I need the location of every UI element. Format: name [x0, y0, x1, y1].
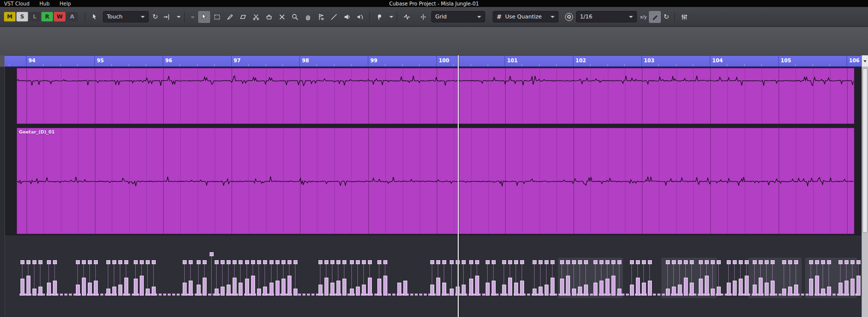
audio-event-geetar[interactable]: Geetar_(D)_01 — [16, 128, 855, 234]
midi-note[interactable] — [53, 281, 57, 296]
midi-note[interactable] — [318, 260, 322, 264]
midi-note[interactable] — [82, 278, 86, 296]
midi-note[interactable] — [288, 276, 291, 296]
midi-note[interactable] — [690, 283, 694, 296]
midi-note[interactable] — [502, 285, 506, 296]
midi-note[interactable] — [666, 289, 670, 296]
midi-note[interactable] — [690, 260, 694, 264]
midi-note[interactable] — [76, 260, 80, 264]
quantize-preset-dropdown[interactable]: 1/16 — [576, 11, 637, 22]
midi-note[interactable] — [377, 279, 381, 296]
midi-note[interactable] — [189, 260, 193, 264]
midi-note[interactable] — [839, 283, 843, 296]
state-button-r[interactable]: R — [41, 12, 53, 21]
midi-note[interactable] — [276, 281, 280, 296]
auto-scroll-button[interactable] — [161, 11, 173, 23]
midi-note[interactable] — [215, 260, 219, 264]
midi-note[interactable] — [257, 260, 261, 264]
comp-tool-button[interactable] — [373, 11, 385, 23]
midi-note[interactable] — [221, 260, 225, 264]
midi-note[interactable] — [263, 260, 267, 264]
midi-note[interactable] — [759, 260, 763, 264]
midi-note[interactable] — [221, 287, 225, 296]
midi-lane[interactable] — [0, 235, 862, 317]
midi-note[interactable] — [584, 285, 588, 296]
midi-note[interactable] — [383, 260, 387, 264]
midi-note[interactable] — [739, 260, 743, 264]
midi-note[interactable] — [584, 260, 588, 264]
midi-note[interactable] — [711, 289, 715, 296]
midi-note[interactable] — [146, 260, 150, 264]
menu-item-help[interactable]: Help — [59, 1, 71, 6]
midi-note[interactable] — [442, 283, 446, 296]
midi-note[interactable] — [362, 285, 366, 296]
midi-note[interactable] — [539, 260, 543, 264]
midi-note[interactable] — [486, 260, 490, 264]
midi-note[interactable] — [82, 260, 86, 264]
tool-play[interactable] — [341, 11, 353, 23]
automation-mode-icon[interactable] — [89, 11, 101, 23]
midi-note[interactable] — [475, 260, 479, 264]
open-quantize-panel-button[interactable] — [678, 11, 690, 23]
midi-note[interactable] — [771, 281, 775, 296]
midi-note[interactable] — [20, 260, 24, 264]
midi-note[interactable] — [815, 276, 819, 296]
midi-note[interactable] — [436, 260, 440, 264]
midi-note[interactable] — [450, 260, 454, 264]
state-button-w[interactable]: W — [54, 12, 65, 21]
midi-note[interactable] — [857, 276, 861, 296]
midi-note[interactable] — [486, 283, 490, 296]
midi-note[interactable] — [76, 285, 80, 296]
midi-note[interactable] — [362, 260, 366, 264]
midi-note[interactable] — [293, 260, 297, 264]
midi-note[interactable] — [642, 260, 646, 264]
midi-note[interactable] — [539, 287, 543, 296]
midi-note[interactable] — [788, 287, 792, 296]
midi-note[interactable] — [753, 260, 757, 264]
menu-item-vst-cloud[interactable]: VST Cloud — [4, 1, 29, 6]
midi-note[interactable] — [203, 260, 207, 264]
state-button-m[interactable]: M — [4, 12, 15, 21]
midi-note[interactable] — [711, 260, 715, 264]
midi-note[interactable] — [197, 285, 201, 296]
midi-note[interactable] — [118, 285, 122, 296]
midi-note[interactable] — [32, 289, 36, 296]
midi-note[interactable] — [293, 289, 297, 296]
midi-note[interactable] — [705, 276, 709, 296]
midi-note[interactable] — [566, 276, 570, 296]
midi-note[interactable] — [215, 289, 219, 296]
tool-zoom[interactable] — [289, 11, 301, 23]
midi-note[interactable] — [350, 260, 354, 264]
midi-note[interactable] — [263, 287, 267, 296]
tool-glue[interactable] — [263, 11, 275, 23]
midi-note[interactable] — [857, 260, 861, 264]
audiowarp-quantize-button[interactable]: x/y — [638, 14, 648, 19]
midi-note[interactable] — [617, 260, 621, 264]
midi-note[interactable] — [845, 281, 849, 296]
scrollbar-thumb[interactable] — [863, 68, 868, 233]
midi-note[interactable] — [648, 281, 652, 296]
midi-note[interactable] — [442, 260, 446, 264]
midi-note[interactable] — [666, 260, 670, 264]
midi-note[interactable] — [514, 260, 518, 264]
midi-note[interactable] — [560, 279, 564, 296]
freeze-quantize-button[interactable] — [649, 11, 661, 23]
midi-note[interactable] — [282, 279, 286, 296]
tool-mute[interactable] — [276, 11, 288, 23]
midi-note[interactable] — [239, 260, 243, 264]
midi-note[interactable] — [684, 260, 688, 264]
midi-note[interactable] — [578, 260, 582, 264]
midi-note[interactable] — [794, 285, 798, 296]
midi-note[interactable] — [430, 285, 434, 296]
state-button-l[interactable]: L — [29, 12, 40, 21]
midi-note[interactable] — [593, 283, 597, 296]
midi-note[interactable] — [593, 260, 597, 264]
midi-note[interactable] — [717, 260, 721, 264]
midi-note[interactable] — [336, 281, 340, 296]
midi-note[interactable] — [520, 281, 524, 296]
midi-note[interactable] — [436, 278, 440, 296]
tool-hand[interactable] — [302, 11, 314, 23]
midi-note[interactable] — [492, 281, 496, 296]
auto-scroll-options-button[interactable] — [174, 11, 181, 23]
menu-item-hub[interactable]: Hub — [39, 1, 49, 6]
